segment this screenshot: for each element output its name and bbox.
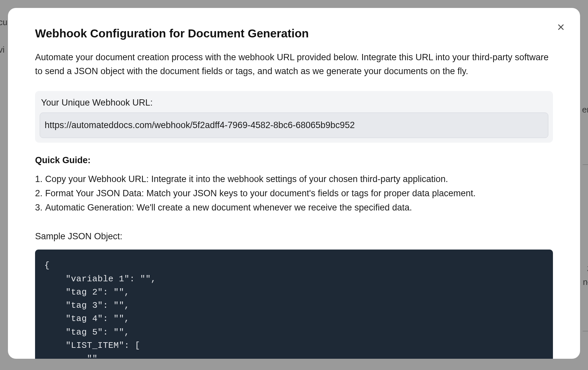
guide-item: 2. Format Your JSON Data: Match your JSO… [35,186,553,201]
guide-item: 1. Copy your Webhook URL: Integrate it i… [35,172,553,186]
guide-number: 1. [35,172,43,186]
modal-description: Automate your document creation process … [35,51,553,78]
close-button[interactable] [554,21,567,34]
guide-item: 3. Automatic Generation: We'll create a … [35,201,553,215]
guide-number: 2. [35,186,43,201]
webhook-url-input[interactable] [40,113,548,138]
sample-json-title: Sample JSON Object: [35,231,553,242]
webhook-config-modal: Webhook Configuration for Document Gener… [8,8,580,359]
modal-title: Webhook Configuration for Document Gener… [35,27,553,40]
quick-guide-title: Quick Guide: [35,155,553,165]
guide-number: 3. [35,201,43,215]
close-icon [557,23,565,31]
webhook-url-section: Your Unique Webhook URL: [35,91,553,143]
guide-text: Format Your JSON Data: Match your JSON k… [45,186,476,201]
modal-overlay: Webhook Configuration for Document Gener… [0,0,588,370]
guide-text: Copy your Webhook URL: Integrate it into… [45,172,448,186]
guide-list: 1. Copy your Webhook URL: Integrate it i… [35,172,553,215]
sample-json-code[interactable]: { "variable 1": "", "tag 2": "", "tag 3"… [35,250,553,359]
guide-text: Automatic Generation: We'll create a new… [45,201,412,215]
webhook-url-label: Your Unique Webhook URL: [41,98,548,108]
